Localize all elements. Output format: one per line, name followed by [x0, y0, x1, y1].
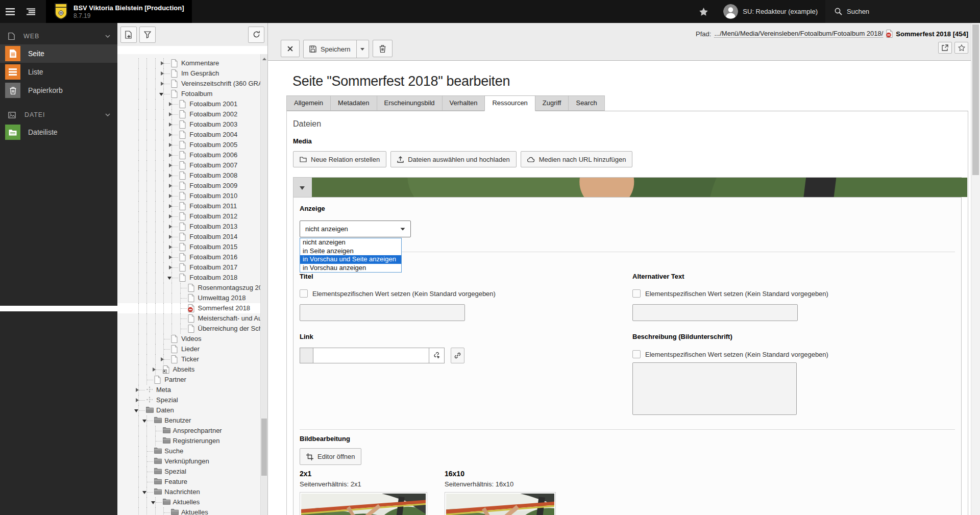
tree-item-label[interactable]: Fotoalbum 2010	[189, 191, 237, 201]
tree-item-label[interactable]: Fotoalbum 2006	[189, 150, 237, 160]
tree-item[interactable]: Feature	[117, 477, 261, 487]
tree-item[interactable]: Abseits	[117, 364, 261, 375]
tree-item[interactable]: Fotoalbum 2012	[117, 211, 261, 222]
tree-item[interactable]: Fotoalbum 2011	[117, 201, 261, 211]
tree-item[interactable]: Vereinszeitschrift (360 GRA	[117, 79, 261, 89]
tab-erscheinungsbild[interactable]: Erscheinungsbild	[377, 95, 443, 111]
tree-item-label[interactable]: Fotoalbum 2004	[189, 130, 237, 140]
tree-item[interactable]: Fotoalbum 2006	[117, 150, 261, 160]
module-group-header-datei[interactable]: DATEI	[0, 107, 117, 123]
tree-item-label[interactable]: Fotoalbum 2011	[189, 201, 237, 211]
tree-item-label[interactable]: Daten	[156, 405, 174, 415]
expand-arrow-icon[interactable]	[169, 235, 172, 239]
tab-verhalten[interactable]: Verhalten	[442, 95, 485, 111]
expand-arrow-icon[interactable]	[161, 71, 164, 76]
expand-arrow-icon[interactable]	[169, 194, 172, 198]
tree-scrollbar-thumb[interactable]	[261, 419, 267, 476]
tree-item[interactable]: Benutzer	[117, 415, 261, 426]
tree-item[interactable]: Fotoalbum 2001	[117, 99, 261, 109]
alt-text-override-checkbox[interactable]	[632, 289, 641, 298]
tree-item[interactable]: Ticker	[117, 354, 261, 364]
expand-arrow-icon[interactable]	[169, 143, 172, 147]
refresh-button[interactable]	[248, 27, 264, 43]
site-logo[interactable]: BSV Viktoria Bielstein [Production] 8.7.…	[46, 0, 192, 23]
save-options-caret[interactable]	[356, 40, 369, 58]
save-split-button[interactable]: Speichern	[303, 40, 369, 58]
collapse-arrow-icon[interactable]	[142, 420, 146, 423]
tree-item[interactable]: Umwelttag 2018	[117, 293, 261, 303]
upload-files-button[interactable]: Dateien auswählen und hochladen	[390, 151, 517, 167]
tree-item-label[interactable]: Aktuelles	[181, 507, 208, 515]
tree-item[interactable]: Suche	[117, 446, 261, 456]
expand-arrow-icon[interactable]	[169, 153, 172, 157]
expand-arrow-icon[interactable]	[161, 357, 164, 361]
tree-item[interactable]: Verknüpfungen	[117, 456, 261, 467]
expand-arrow-icon[interactable]	[161, 82, 164, 86]
expand-arrow-icon[interactable]	[169, 133, 172, 137]
tree-item[interactable]: Spezial	[117, 395, 261, 405]
tree-item[interactable]: Im Gespräch	[117, 68, 261, 79]
expand-arrow-icon[interactable]	[169, 122, 172, 127]
tree-item-label[interactable]: Fotoalbum	[181, 89, 212, 99]
tree-item[interactable]: Meta	[117, 385, 261, 395]
tree-item-label[interactable]: Verknüpfungen	[164, 456, 209, 467]
tree-item-label[interactable]: Spezial	[164, 467, 186, 477]
dropdown-option-highlighted[interactable]: in Vorschau und Seite anzeigen	[300, 255, 401, 264]
tree-item-label[interactable]: Meta	[156, 385, 171, 395]
tree-item[interactable]: Lieder	[117, 344, 261, 354]
bookmarks-toolbar-item[interactable]	[692, 0, 716, 23]
expand-arrow-icon[interactable]	[169, 174, 172, 178]
module-group-header-web[interactable]: WEB	[0, 28, 117, 44]
link-browser-button[interactable]	[451, 348, 464, 363]
tree-item[interactable]: Fotoalbum 2017	[117, 262, 261, 273]
tree-item[interactable]: Nachrichten	[117, 487, 261, 497]
tree-item-label[interactable]: Ansprechpartner	[173, 426, 222, 436]
tree-scrollbar[interactable]	[260, 54, 267, 515]
module-item-seite[interactable]: Seite	[0, 44, 117, 63]
open-in-new-window-button[interactable]	[938, 42, 952, 54]
tree-item-label[interactable]: Nachrichten	[164, 487, 200, 497]
tree-item-label[interactable]: Videos	[181, 334, 202, 344]
tree-item[interactable]: Aktuelles	[117, 497, 261, 507]
collapse-arrow-icon[interactable]	[167, 277, 172, 280]
pagetree-toggle-button[interactable]	[20, 0, 41, 23]
tree-item[interactable]: Videos	[117, 334, 261, 344]
dropdown-option[interactable]: nicht anzeigen	[300, 238, 401, 247]
tree-item-label[interactable]: Fotoalbum 2007	[189, 160, 237, 170]
tree-item-label[interactable]: Fotoalbum 2015	[189, 242, 237, 252]
tree-item-label[interactable]: Umwelttag 2018	[198, 293, 246, 303]
tree-item[interactable]: Fotoalbum 2014	[117, 232, 261, 242]
expand-arrow-icon[interactable]	[169, 102, 172, 106]
tree-item-label[interactable]: Fotoalbum 2017	[189, 262, 237, 273]
collapse-arrow-icon[interactable]	[151, 501, 155, 504]
bookmark-button[interactable]	[954, 42, 968, 54]
tree-item[interactable]: Kommentare	[117, 58, 261, 68]
expand-arrow-icon[interactable]	[169, 265, 172, 269]
tree-item-label[interactable]: Rosenmontagszug 201	[198, 283, 266, 293]
expand-arrow-icon[interactable]	[169, 204, 172, 208]
collapse-arrow-icon[interactable]	[159, 93, 163, 96]
tree-item-label[interactable]: Registrierungen	[173, 436, 220, 446]
tree-item-label[interactable]: Fotoalbum 2009	[189, 181, 237, 191]
file-reference-header[interactable]: Dateina... sommerfest.jpg	[293, 178, 961, 197]
expand-arrow-icon[interactable]	[169, 112, 172, 116]
tree-item-label[interactable]: Benutzer	[164, 415, 191, 426]
tree-item[interactable]: Fotoalbum 2004	[117, 130, 261, 140]
tree-item[interactable]: Fotoalbum 2013	[117, 222, 261, 232]
tree-item-label[interactable]: Ticker	[181, 354, 199, 364]
tab-allgemein[interactable]: Allgemein	[286, 95, 331, 111]
filter-button[interactable]	[139, 27, 156, 43]
tree-item[interactable]: Spezial	[117, 467, 261, 477]
breadcrumb[interactable]: .../Menü/Media/Vereinsleben/Fotoalbum/Fo…	[714, 30, 883, 38]
tree-item-label[interactable]: Fotoalbum 2001	[189, 99, 237, 109]
expand-arrow-icon[interactable]	[161, 61, 164, 65]
tab-metadaten[interactable]: Metadaten	[330, 95, 377, 111]
tree-item-label[interactable]: Fotoalbum 2013	[189, 222, 237, 232]
expand-arrow-icon[interactable]	[169, 214, 172, 218]
expand-arrow-icon[interactable]	[136, 398, 139, 402]
link-wizard-button[interactable]	[429, 348, 445, 363]
tree-item-label[interactable]: Spezial	[156, 395, 178, 405]
tree-item[interactable]: Fotoalbum 2007	[117, 160, 261, 170]
module-menu-toggle-button[interactable]	[0, 0, 20, 23]
tree-item[interactable]: Fotoalbum 2010	[117, 191, 261, 201]
